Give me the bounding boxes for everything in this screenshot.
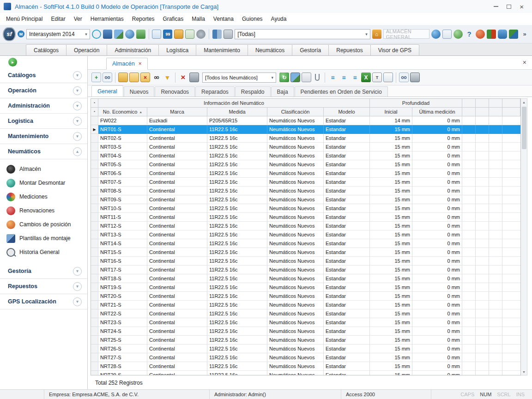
grid-cell[interactable]: Estandar [324,143,370,151]
grid-cell[interactable]: Continental [147,257,207,266]
grid-cell[interactable]: 15 mm [370,345,412,353]
grid-cell[interactable]: 15 mm [370,160,412,169]
expand-tree-icon[interactable]: ≡ [339,73,349,82]
grid-cell[interactable]: Neumáticos Nuevos [267,353,324,362]
scrollbar-thumb[interactable] [522,107,526,149]
help-icon[interactable]: ? [465,30,474,39]
grid-cell[interactable]: 15 mm [370,257,412,266]
grid-cell[interactable]: Estandar [324,169,370,178]
grid-cell[interactable]: Continental [147,292,207,301]
grid-cell[interactable]: Estandar [324,151,370,160]
grid-row[interactable]: NRT24-SContinental11R22.5 16cNeumáticos … [91,327,520,336]
grid-cell[interactable]: NRT09-S [98,195,147,204]
grid-cell[interactable]: 15 mm [370,248,412,257]
grid-cell[interactable]: Neumáticos Nuevos [267,143,324,151]
sidebar-item-historia[interactable]: Historia General [0,245,87,259]
grid-cell-empty[interactable] [462,266,476,274]
tree-view-icon[interactable]: ≡ [328,73,338,82]
grid-cell[interactable]: Continental [147,283,207,292]
grid-cell[interactable]: 11R22.5 16c [207,336,267,345]
grid-cell[interactable]: Estandar [324,274,370,283]
scroll-up-icon[interactable]: ▲ [521,99,527,105]
filter-combo[interactable]: [Todas] ▾ [235,29,370,39]
grid-cell-empty[interactable] [476,371,489,375]
grid-cell[interactable]: 11R22.5 16c [207,151,267,160]
grid-cell[interactable]: Estandar [324,213,370,222]
grid-cell[interactable]: 11R22.5 16c [207,169,267,178]
grid-cell-empty[interactable] [462,125,476,134]
grid-cell[interactable]: Estandar [324,160,370,169]
grid-cell[interactable]: 0 mm [412,318,462,327]
grid-row[interactable]: NRT13-SContinental11R22.5 16cNeumáticos … [91,230,520,239]
home-icon[interactable]: ⌂ [372,30,381,39]
tab-neumaticos[interactable]: Neumáticos [248,44,292,55]
grid-cell[interactable]: NRT05-S [98,160,147,169]
grid-cell[interactable]: 0 mm [412,230,462,239]
grid-cell[interactable]: NRT16-S [98,257,147,266]
cancel-icon[interactable]: × [178,73,188,82]
grid-cell[interactable]: NRT19-S [98,283,147,292]
grid-cell[interactable]: Estandar [324,239,370,248]
grid-cell[interactable]: 0 mm [412,195,462,204]
subtab-reparados[interactable]: Reparados [195,86,235,97]
grid-cell[interactable]: Neumáticos Nuevos [267,248,324,257]
refresh-icon[interactable]: ↻ [279,73,289,82]
grid-cell-empty[interactable] [489,345,502,353]
grid-cell[interactable]: Continental [147,230,207,239]
grid-cell[interactable]: Estandar [324,309,370,318]
column-header-clasificacion[interactable]: Clasificación [267,108,324,116]
grid-cell[interactable]: Continental [147,345,207,353]
screens-icon[interactable] [509,30,518,39]
grid-cell[interactable]: 0 mm [412,204,462,213]
grid-cell-empty[interactable] [476,213,489,222]
sidebar-section-repuestos[interactable]: Repuestos ▾ [0,279,87,294]
chevron-down-circle-icon[interactable]: ▾ [73,132,82,141]
grid-cell-empty[interactable] [502,371,520,375]
grid-row[interactable]: NRT20-SContinental11R22.5 16cNeumáticos … [91,292,520,301]
grid-row[interactable]: NRT05-SContinental11R22.5 16cNeumáticos … [91,160,520,169]
spreadsheet-icon[interactable] [185,30,194,39]
grid-cell-empty[interactable] [476,204,489,213]
grid-cell[interactable]: Neumáticos Nuevos [267,318,324,327]
grid-cell[interactable]: 0 mm [412,187,462,195]
grid-cell[interactable]: Neumáticos Nuevos [267,292,324,301]
grid-cell[interactable]: 0 mm [412,327,462,336]
grid-cell[interactable]: 0 mm [412,151,462,160]
grid-cell[interactable]: NRT10-S [98,204,147,213]
grid-cell-empty[interactable] [476,151,489,160]
grid-cell[interactable]: 15 mm [370,204,412,213]
grid-cell-empty[interactable] [502,143,520,151]
grid-cell-empty[interactable] [476,345,489,353]
grid-cell[interactable]: Estandar [324,204,370,213]
grid-cell[interactable]: Continental [147,187,207,195]
grid-cell[interactable]: 0 mm [412,125,462,134]
grid-cell-empty[interactable] [489,134,502,143]
grid-cell-empty[interactable] [489,371,502,375]
grid-cell[interactable]: Neumáticos Nuevos [267,309,324,318]
grid-cell-empty[interactable] [502,248,520,257]
tab-repuestos[interactable]: Repuestos [328,44,370,55]
sidebar-item-plantillas[interactable]: Plantillas de montaje [0,231,87,245]
grid-cell[interactable]: Neumáticos Nuevos [267,274,324,283]
grid-cell-empty[interactable] [502,116,520,125]
grid-cell[interactable]: 11R22.5 16c [207,222,267,230]
column-header-inicial[interactable]: Inicial [370,108,412,116]
grid-cell[interactable]: Estandar [324,266,370,274]
grid-cell-empty[interactable] [462,195,476,204]
collapse-tree-icon[interactable]: ≡ [350,73,360,82]
column-header-no-economico[interactable]: No. Economico ▲ [98,108,147,116]
grid-cell-empty[interactable] [462,301,476,309]
grid-cell[interactable]: 0 mm [412,178,462,187]
grid-cell[interactable]: Neumáticos Nuevos [267,283,324,292]
warehouse-field[interactable]: ALMACÉN GENERAL [383,29,429,39]
grid-cell[interactable]: Neumáticos Nuevos [267,125,324,134]
grid-cell-empty[interactable] [489,204,502,213]
grid-cell[interactable]: 0 mm [412,336,462,345]
grid-cell[interactable]: Neumáticos Nuevos [267,187,324,195]
grid-cell[interactable]: Neumáticos Nuevos [267,195,324,204]
grid-cell[interactable]: 15 mm [370,213,412,222]
grid-cell[interactable]: Continental [147,143,207,151]
grid-cell-empty[interactable] [502,204,520,213]
grid-cell[interactable]: Estandar [324,283,370,292]
grid-cell-empty[interactable] [476,169,489,178]
